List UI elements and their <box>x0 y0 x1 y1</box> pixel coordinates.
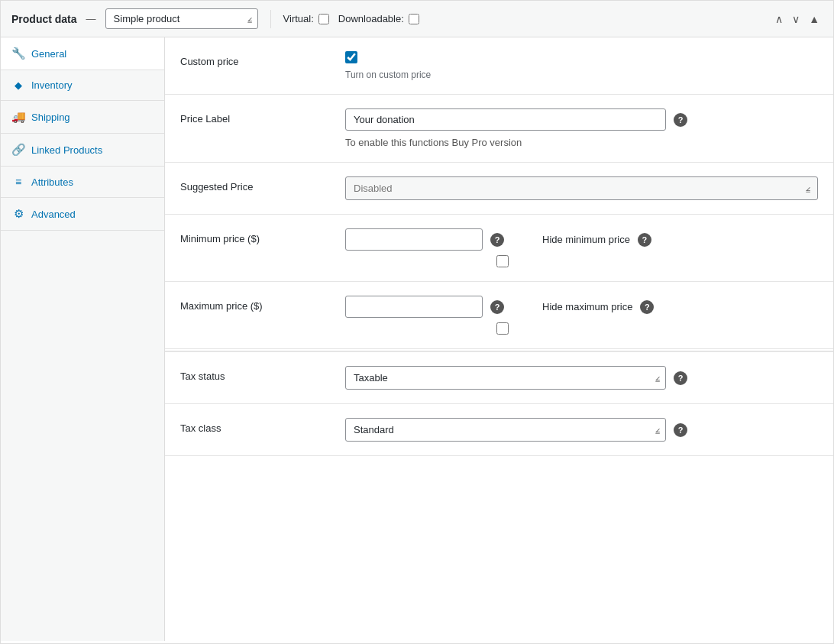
sidebar: 🔧 General ◆ Inventory 🚚 Shipping 🔗 Linke… <box>1 37 165 641</box>
price-label-help-icon[interactable]: ? <box>674 113 687 127</box>
sidebar-item-attributes[interactable]: ≡ Attributes <box>1 167 164 198</box>
tax-status-content: Taxable Shipping only None ⦤ ? <box>345 366 818 390</box>
maximum-price-label: Maximum price ($) <box>180 296 333 312</box>
sidebar-item-linked-products[interactable]: 🔗 Linked Products <box>1 134 164 167</box>
gear-icon: ⚙ <box>11 207 25 221</box>
collapse-down-button[interactable]: ∨ <box>789 11 803 27</box>
truck-icon: 🚚 <box>11 110 25 124</box>
panel-controls: ∧ ∨ ▲ <box>772 11 823 27</box>
downloadable-checkbox[interactable] <box>409 14 419 24</box>
hide-minimum-price-checkbox[interactable] <box>496 255 509 267</box>
maximum-price-help-icon[interactable]: ? <box>490 300 504 314</box>
sidebar-item-attributes-label: Attributes <box>31 176 73 188</box>
suggested-price-row: Suggested Price Disabled Enabled ⦤ <box>165 163 833 215</box>
panel-title: Product data <box>11 13 77 25</box>
custom-price-label: Custom price <box>180 51 333 67</box>
hide-minimum-price-label: Hide minimum price <box>542 234 630 245</box>
price-label-input[interactable] <box>345 108 666 131</box>
suggested-price-select-wrapper: Disabled Enabled ⦤ <box>345 176 818 200</box>
list-icon: ≡ <box>11 176 25 188</box>
sidebar-item-advanced-label: Advanced <box>31 209 76 220</box>
downloadable-label: Downloadable: <box>338 13 404 24</box>
custom-price-hint: Turn on custom price <box>345 70 818 80</box>
maximum-price-inline: ? Hide maximum price ? <box>345 296 818 318</box>
hide-maximum-price-checkbox[interactable] <box>496 322 509 335</box>
hide-minimum-price-help-icon[interactable]: ? <box>638 233 651 247</box>
sidebar-item-shipping-label: Shipping <box>31 112 70 123</box>
virtual-checkbox-group[interactable]: Virtual: <box>283 13 329 24</box>
maximum-price-content: ? Hide maximum price ? <box>345 296 818 335</box>
collapse-up-button[interactable]: ∧ <box>772 11 786 27</box>
virtual-checkbox[interactable] <box>318 14 329 24</box>
hide-maximum-price-label: Hide maximum price <box>542 301 632 312</box>
wrench-icon: 🔧 <box>11 47 25 60</box>
tax-status-inline: Taxable Shipping only None ⦤ ? <box>345 366 818 390</box>
sidebar-item-general[interactable]: 🔧 General <box>1 37 164 70</box>
sidebar-item-inventory-label: Inventory <box>31 79 72 91</box>
custom-price-content: Turn on custom price <box>345 51 818 80</box>
minimum-price-help-icon[interactable]: ? <box>490 233 504 247</box>
product-data-panel: Product data — Simple product Grouped pr… <box>0 0 834 644</box>
downloadable-checkbox-group[interactable]: Downloadable: <box>338 13 419 24</box>
diamond-icon: ◆ <box>11 79 25 91</box>
tax-class-content: Standard Reduced rate Zero rate ⦤ ? <box>345 418 818 442</box>
hide-maximum-price-help-icon[interactable]: ? <box>640 300 654 314</box>
virtual-label: Virtual: <box>283 13 314 24</box>
maximum-price-input[interactable] <box>345 296 483 318</box>
tax-class-row: Tax class Standard Reduced rate Zero rat… <box>165 404 833 456</box>
header-divider <box>270 10 271 28</box>
title-separator: — <box>86 13 96 24</box>
tax-status-select[interactable]: Taxable Shipping only None <box>345 366 666 390</box>
custom-price-inline <box>345 51 818 63</box>
price-label-content: ? To enable this functions Buy Pro versi… <box>345 108 818 148</box>
tax-status-help-icon[interactable]: ? <box>674 371 687 385</box>
maximum-price-row: Maximum price ($) ? Hide maximum price ? <box>165 282 833 349</box>
panel-body: 🔧 General ◆ Inventory 🚚 Shipping 🔗 Linke… <box>1 37 833 641</box>
sidebar-item-general-label: General <box>31 48 66 60</box>
custom-price-row: Custom price Turn on custom price <box>165 37 833 95</box>
suggested-price-label: Suggested Price <box>180 176 333 193</box>
tax-class-label: Tax class <box>180 418 333 434</box>
product-type-select[interactable]: Simple product Grouped product External/… <box>105 8 258 29</box>
tax-class-select-wrapper: Standard Reduced rate Zero rate ⦤ <box>345 418 666 442</box>
minimum-price-inline: ? Hide minimum price ? <box>345 228 818 251</box>
suggested-price-content: Disabled Enabled ⦤ <box>345 176 818 200</box>
minimum-price-input[interactable] <box>345 228 483 251</box>
link-icon: 🔗 <box>11 143 25 157</box>
sidebar-item-inventory[interactable]: ◆ Inventory <box>1 70 164 101</box>
product-type-wrapper: Simple product Grouped product External/… <box>105 8 258 29</box>
main-content: Custom price Turn on custom price Price … <box>165 37 833 641</box>
sidebar-item-linked-products-label: Linked Products <box>31 144 102 156</box>
tax-class-select[interactable]: Standard Reduced rate Zero rate <box>345 418 666 442</box>
price-label-inline: ? <box>345 108 818 131</box>
tax-status-row: Tax status Taxable Shipping only None ⦤ … <box>165 352 833 404</box>
minimum-price-label: Minimum price ($) <box>180 228 333 244</box>
price-label-pro-notice: To enable this functions Buy Pro version <box>345 137 818 148</box>
panel-header: Product data — Simple product Grouped pr… <box>1 1 833 37</box>
sidebar-item-advanced[interactable]: ⚙ Advanced <box>1 198 164 231</box>
minimum-price-content: ? Hide minimum price ? <box>345 228 818 267</box>
tax-status-label: Tax status <box>180 366 333 382</box>
suggested-price-select[interactable]: Disabled Enabled <box>345 176 818 200</box>
tax-class-help-icon[interactable]: ? <box>674 423 687 437</box>
toggle-button[interactable]: ▲ <box>806 11 823 27</box>
minimum-price-row: Minimum price ($) ? Hide minimum price ? <box>165 215 833 282</box>
sidebar-item-shipping[interactable]: 🚚 Shipping <box>1 101 164 134</box>
tax-status-select-wrapper: Taxable Shipping only None ⦤ <box>345 366 666 390</box>
tax-class-inline: Standard Reduced rate Zero rate ⦤ ? <box>345 418 818 442</box>
price-label-label: Price Label <box>180 108 333 125</box>
custom-price-checkbox[interactable] <box>345 51 357 63</box>
price-label-row: Price Label ? To enable this functions B… <box>165 95 833 163</box>
